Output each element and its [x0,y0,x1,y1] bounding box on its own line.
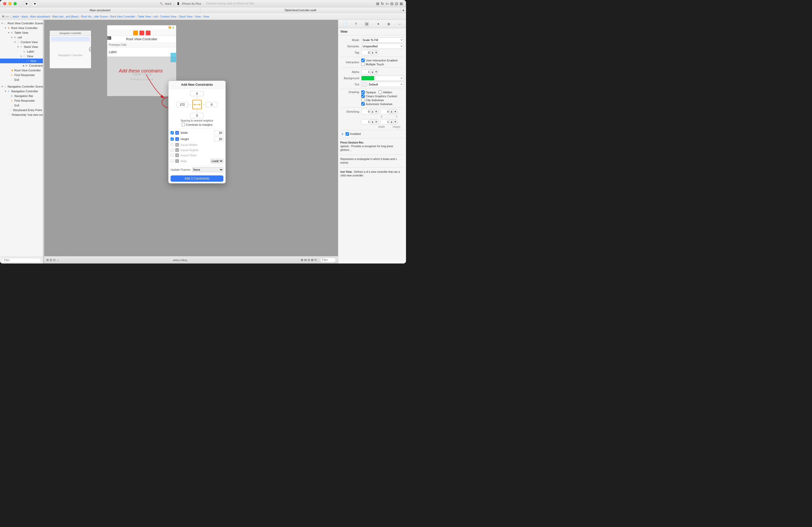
spacing-top-input[interactable]: 0 [190,91,204,96]
semantic-select[interactable]: Unspecified [361,44,404,49]
add-tab-button[interactable]: + [400,7,406,13]
background-select[interactable] [375,76,404,81]
breadcrumb-mainstoryboard[interactable]: Main.storyboard [30,15,50,18]
breadcrumb-stackview[interactable]: Stack View [179,15,192,18]
breadcrumb-view1[interactable]: View [195,15,201,18]
canvas-filter-input[interactable] [320,258,336,262]
nav-exit[interactable]: → Exit [0,77,43,82]
breadcrumb-mainbase[interactable]: Main.stor...ard (Base) [52,15,78,18]
back-icon[interactable]: ⇦ [386,2,389,6]
hidden-checkbox[interactable] [378,90,382,94]
clip-checkbox[interactable] [361,98,365,102]
spacing-right-input[interactable]: 0 [206,102,217,107]
filter-input[interactable] [2,258,41,263]
alpha-up-btn[interactable]: ▲ [371,70,374,74]
nav-first-responder2[interactable]: ● First Responder [0,98,43,103]
constrain-margins-checkbox[interactable] [182,123,185,126]
nav-root-vc[interactable]: ▼ ● Root View Controller [0,26,43,30]
breadcrumb-stack2[interactable]: stack [21,15,28,18]
nav-table-view[interactable]: ▼ ⊟ Table View [0,30,43,35]
stretch-w-up[interactable]: ▲ [371,119,374,124]
nav-forward-icon[interactable]: › [7,14,9,18]
tab-main-storyboard[interactable]: Main.storyboard [0,7,200,13]
tag-input[interactable] [362,50,371,55]
nav-icon[interactable]: ⊞ [376,2,379,6]
zoom-fit-icon[interactable]: ⊡ [308,258,310,262]
split-icon[interactable]: ⊟ [390,2,393,6]
breadcrumb-view2[interactable]: View [203,15,209,18]
nav-nav-controller[interactable]: ▼ ● Navigation Controller [0,89,43,94]
tag-down-btn[interactable]: ▼ [374,50,378,55]
stretch-w-input[interactable] [362,119,371,124]
size-tab[interactable]: ⊞ [388,22,390,26]
nav-section-root[interactable]: ▼ □ Root View Controller Scene [0,21,43,26]
update-frames-select[interactable]: None [192,167,223,172]
stretch-x-up[interactable]: ▲ [371,109,374,114]
inspector-icon[interactable]: ⊠ [400,2,403,6]
width-value[interactable] [214,131,223,135]
breadcrumb-stack1[interactable]: stack [12,15,19,18]
nav-view-parent[interactable]: ▼ □ View [0,54,43,59]
nav-nav-bar[interactable]: ⊟ Navigation Bar [0,94,43,98]
quick-help-tab[interactable]: ? [355,22,357,26]
stretch-x-down[interactable]: ▼ [374,109,378,114]
nav-entry[interactable]: → Storyboard Entry Point [0,108,43,112]
tab-tableviewcontroller[interactable]: TableViewController.swift [200,7,401,13]
minimize-button[interactable] [9,2,12,5]
spacing-bottom-input[interactable]: 0 [190,113,204,118]
opaque-checkbox[interactable] [361,90,365,94]
nav-section-nav[interactable]: ▼ □ Navigation Controller Scene [0,84,43,89]
nav-first-responder[interactable]: ● First Responder [0,73,43,77]
stop-button[interactable]: ■ [32,1,38,6]
stretch-x-input[interactable] [362,109,371,114]
tint-select[interactable]: Default [367,82,404,87]
panel-icon[interactable]: ⊡ [395,2,398,6]
tag-up-btn[interactable]: ▲ [371,50,374,55]
nav-cell[interactable]: ▼ ⊟ cell [0,35,43,40]
multiple-touch-checkbox[interactable] [361,62,365,66]
stretch-h-input[interactable] [381,119,390,124]
tint-color-swatch[interactable] [361,82,366,87]
attributes-tab[interactable]: ✦ [377,22,380,26]
nav-constraints[interactable]: ▶ ⊞ Constraints [0,63,43,68]
mode-select[interactable]: Scale To Fill [361,37,404,43]
maximize-button[interactable] [14,2,17,5]
nav-content-view[interactable]: ▼ □ Content View [0,40,43,44]
nav-view-selected[interactable]: □ View [0,59,43,63]
background-color-swatch[interactable] [361,76,374,80]
add-installed-btn[interactable]: + [340,132,345,136]
identity-tab[interactable]: ⊟ [364,22,369,26]
file-inspector-tab[interactable]: 📄 [343,22,347,26]
run-button[interactable]: ▶ [24,1,30,6]
close-button[interactable] [3,2,6,5]
nav-exit2[interactable]: → Exit [0,103,43,108]
refresh-icon[interactable]: ↻ [315,258,317,262]
stretch-h-down[interactable]: ▼ [393,119,397,124]
spacing-left-input[interactable]: 272 [177,102,188,107]
stretch-y-down[interactable]: ▼ [393,109,397,114]
autoresize-checkbox[interactable] [361,102,365,106]
connections-tab[interactable]: → [398,22,401,26]
stretch-h-up[interactable]: ▲ [390,119,393,124]
nav-relationship[interactable]: ↔ Relationship "root view controller" to… [0,112,43,117]
nav-label[interactable]: L Label [0,49,43,54]
height-checkbox[interactable] [171,137,174,141]
width-checkbox[interactable] [171,131,174,134]
nav-root-vc2[interactable]: ◀ Root View Controller [0,68,43,73]
nav-stack-view[interactable]: ▼ ≡ Stack View [0,44,43,49]
nav-back-icon[interactable]: ‹ [6,14,7,18]
breadcrumb-rootscene[interactable]: Root Vie...oller Scene [81,15,107,18]
breadcrumb-contentview[interactable]: Content View [160,15,176,18]
alpha-down-btn[interactable]: ▼ [374,70,378,74]
user-interaction-checkbox[interactable] [361,59,365,62]
zoom-out-icon[interactable]: ⊟ [304,258,307,262]
zoom-in-icon[interactable]: ⊞ [301,258,303,262]
add-bottom-icon[interactable]: ⊞ [311,258,314,262]
alpha-input[interactable] [362,70,371,74]
stretch-y-up[interactable]: ▲ [390,109,393,114]
breadcrumb-cell[interactable]: cell [154,15,158,18]
clears-checkbox[interactable] [361,94,365,98]
height-value[interactable] [214,137,223,141]
breadcrumb-rootvc[interactable]: Root View Controller [110,15,135,18]
stretch-w-down[interactable]: ▼ [374,119,378,124]
